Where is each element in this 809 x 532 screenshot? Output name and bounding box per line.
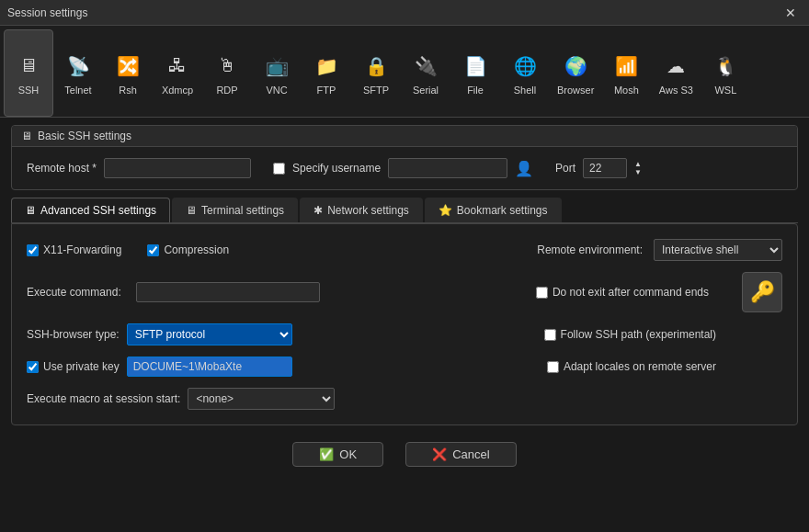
remote-env-label: Remote environment: — [537, 243, 643, 256]
remote-host-label: Remote host * — [27, 162, 97, 175]
basic-section-title: Basic SSH settings — [38, 130, 131, 142]
ok-icon: ✅ — [319, 447, 334, 461]
adapt-locales-group: Adapt locales on remote server — [547, 360, 716, 373]
tab-advanced[interactable]: 🖥Advanced SSH settings — [11, 198, 170, 222]
port-label: Port — [555, 162, 575, 175]
toolbar-label-serial: Serial — [413, 85, 439, 96]
remote-env-select[interactable]: Interactive shellBash shellZSH shellNone — [654, 239, 782, 261]
execute-macro-label: Execute macro at session start: — [27, 392, 180, 405]
adv-row-checkboxes: X11-Forwarding Compression Remote enviro… — [27, 239, 782, 261]
basic-section-icon: 🖥 — [21, 130, 32, 142]
adapt-locales-label: Adapt locales on remote server — [564, 360, 716, 373]
cancel-icon: ❌ — [432, 447, 447, 461]
tab-icon-network: ✱ — [313, 204, 323, 217]
tab-bookmark[interactable]: ⭐Bookmark settings — [425, 198, 562, 222]
user-icon: 👤 — [515, 160, 533, 177]
compression-checkbox-group: Compression — [147, 243, 229, 256]
ok-button[interactable]: ✅ OK — [292, 442, 383, 467]
ssh-browser-row: SSH-browser type: SFTP protocolSCP proto… — [27, 323, 782, 345]
toolbar-item-mosh[interactable]: 📶 Mosh — [601, 29, 651, 117]
x11-checkbox-group: X11-Forwarding — [27, 243, 121, 256]
basic-ssh-section: 🖥 Basic SSH settings Remote host * Speci… — [11, 125, 798, 190]
toolbar-item-shell[interactable]: 🌐 Shell — [500, 29, 550, 117]
toolbar-icon-shell: 🌐 — [510, 51, 540, 81]
toolbar-icon-rdp: 🖱 — [212, 51, 242, 81]
port-spinner[interactable]: ▲ ▼ — [634, 161, 642, 176]
key-icon-box: 🔑 — [742, 272, 782, 312]
toolbar-label-ssh: SSH — [18, 85, 40, 96]
toolbar-item-ssh[interactable]: 🖥 SSH — [4, 29, 53, 117]
tab-label-terminal: Terminal settings — [201, 204, 284, 217]
specify-username-checkbox[interactable] — [273, 163, 285, 175]
toolbar-item-telnet[interactable]: 📡 Telnet — [53, 29, 103, 117]
specify-username-label: Specify username — [292, 162, 381, 175]
toolbar-label-mosh: Mosh — [614, 85, 639, 96]
toolbar-item-sftp[interactable]: 🔒 SFTP — [351, 29, 401, 117]
tab-icon-bookmark: ⭐ — [439, 204, 452, 217]
basic-section-body: Remote host * Specify username 👤 Port ▲ … — [12, 147, 797, 189]
close-button[interactable]: ✕ — [780, 4, 802, 22]
toolbar-icon-xdmcp: 🖧 — [163, 51, 192, 81]
toolbar-label-telnet: Telnet — [64, 85, 91, 96]
bottom-buttons: ✅ OK ❌ Cancel — [0, 433, 809, 472]
toolbar-item-xdmcp[interactable]: 🖧 Xdmcp — [153, 29, 202, 117]
toolbar-icon-serial: 🔌 — [411, 51, 440, 81]
toolbar-icon-wsl: 🐧 — [711, 51, 740, 81]
execute-macro-select[interactable]: <none> — [188, 388, 335, 410]
private-key-row: Use private key Adapt locales on remote … — [27, 357, 782, 377]
follow-ssh-checkbox[interactable] — [544, 329, 556, 341]
tab-icon-terminal: 🖥 — [186, 204, 197, 217]
username-input[interactable] — [388, 158, 507, 178]
ssh-browser-select[interactable]: SFTP protocolSCP protocolDisabled — [127, 323, 292, 345]
toolbar-item-ftp[interactable]: 📁 FTP — [302, 29, 351, 117]
follow-ssh-group: Follow SSH path (experimental) — [544, 328, 716, 341]
window-title: Session settings — [7, 6, 87, 19]
toolbar-label-wsl: WSL — [714, 85, 736, 96]
basic-section-header: 🖥 Basic SSH settings — [12, 126, 797, 147]
toolbar-icon-mosh: 📶 — [611, 51, 641, 81]
cancel-button[interactable]: ❌ Cancel — [405, 442, 516, 467]
compression-checkbox[interactable] — [147, 244, 159, 256]
remote-host-input[interactable] — [104, 158, 251, 178]
basic-form-row: Remote host * Specify username 👤 Port ▲ … — [27, 158, 782, 178]
execute-row: Execute command: Do not exit after comma… — [27, 272, 782, 312]
toolbar-label-rsh: Rsh — [119, 85, 137, 96]
toolbar-item-serial[interactable]: 🔌 Serial — [401, 29, 450, 117]
toolbar-item-awss3[interactable]: ☁ Aws S3 — [651, 29, 701, 117]
toolbar-icon-ftp: 📁 — [312, 51, 341, 81]
adapt-locales-checkbox[interactable] — [547, 361, 559, 373]
tab-label-bookmark: Bookmark settings — [457, 204, 548, 217]
toolbar-icon-vnc: 📺 — [262, 51, 291, 81]
toolbar-label-ftp: FTP — [317, 85, 336, 96]
toolbar-icon-rsh: 🔀 — [113, 51, 142, 81]
toolbar-item-rdp[interactable]: 🖱 RDP — [202, 29, 252, 117]
toolbar-label-file: File — [467, 85, 484, 96]
private-key-group: Use private key — [27, 360, 120, 373]
toolbar-item-browser[interactable]: 🌍 Browser — [550, 29, 601, 117]
toolbar-icon-telnet: 📡 — [63, 51, 93, 81]
tabbed-content: X11-Forwarding Compression Remote enviro… — [11, 223, 798, 425]
main-content: 🖥 Basic SSH settings Remote host * Speci… — [0, 118, 809, 433]
ssh-browser-label: SSH-browser type: — [27, 328, 120, 341]
toolbar-item-wsl[interactable]: 🐧 WSL — [701, 29, 750, 117]
toolbar-item-file[interactable]: 📄 File — [450, 29, 500, 117]
toolbar-item-vnc[interactable]: 📺 VNC — [252, 29, 302, 117]
toolbar-label-rdp: RDP — [216, 85, 237, 96]
do-not-exit-checkbox[interactable] — [536, 287, 548, 299]
execute-command-input[interactable] — [136, 282, 320, 302]
use-private-key-label: Use private key — [43, 360, 120, 373]
toolbar-icon-ssh: 🖥 — [14, 51, 43, 81]
port-input[interactable] — [583, 158, 627, 178]
x11-forwarding-checkbox[interactable] — [27, 244, 39, 256]
tab-icon-advanced: 🖥 — [25, 204, 36, 217]
private-key-input[interactable] — [127, 357, 292, 377]
tab-network[interactable]: ✱Network settings — [300, 198, 423, 222]
toolbar-label-browser: Browser — [557, 85, 594, 96]
toolbar-item-rsh[interactable]: 🔀 Rsh — [103, 29, 153, 117]
use-private-key-checkbox[interactable] — [27, 361, 39, 373]
execute-command-label: Execute command: — [27, 286, 121, 299]
x11-forwarding-label: X11-Forwarding — [43, 243, 121, 256]
macro-row: Execute macro at session start: <none> — [27, 388, 782, 410]
toolbar-icon-sftp: 🔒 — [361, 51, 391, 81]
tab-terminal[interactable]: 🖥Terminal settings — [172, 198, 298, 222]
